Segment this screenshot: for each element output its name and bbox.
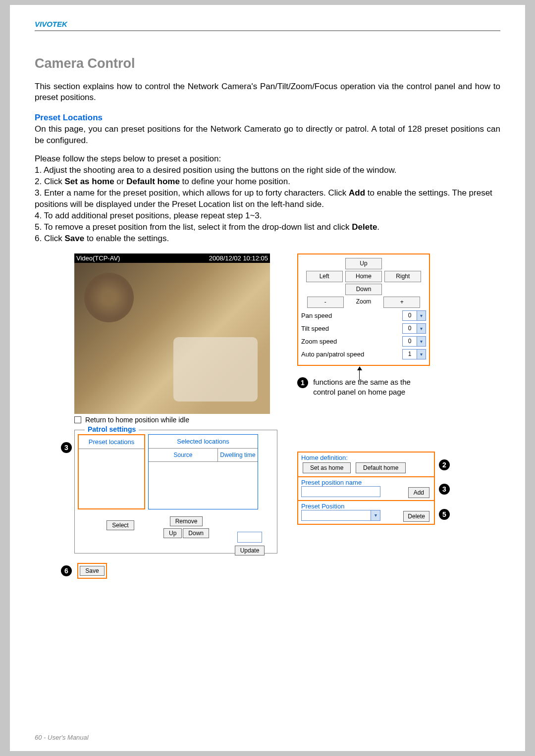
step-2-c: to define your home position.	[180, 177, 290, 186]
preset-locations-list[interactable]: Preset locations	[78, 434, 145, 509]
down-button[interactable]: Down	[345, 284, 382, 295]
selected-locations-header: Selected locations	[149, 435, 258, 449]
source-column-header: Source	[149, 449, 218, 461]
zoom-speed-select[interactable]: 0 ▾	[402, 336, 426, 347]
pan-speed-select[interactable]: 0 ▾	[402, 310, 426, 321]
chevron-down-icon: ▾	[417, 337, 426, 346]
auto-speed-label: Auto pan/patrol speed	[301, 351, 364, 358]
update-button[interactable]: Update	[235, 546, 265, 555]
preset-position-name-row: Preset position name Add	[298, 477, 434, 501]
preset-position-label: Preset Position	[301, 503, 344, 510]
section-title: Camera Control	[35, 56, 500, 71]
home-definition-box: Home definition: Set as home Default hom…	[297, 452, 435, 525]
left-button[interactable]: Left	[306, 271, 343, 282]
under-preset-buttons: Select	[86, 519, 155, 531]
ptz-control-panel: Up Left Home Right Down - Zoom + Pan spe…	[297, 253, 430, 366]
callout-1-note: 1 functions are the same as the control …	[297, 377, 436, 398]
step-2-set-home: Set as home	[64, 177, 114, 186]
select-button[interactable]: Select	[107, 520, 134, 530]
preset-locations-header: Preset locations	[79, 435, 144, 449]
remove-button[interactable]: Remove	[170, 516, 203, 526]
save-button[interactable]: Save	[80, 566, 104, 576]
up-button[interactable]: Up	[345, 258, 382, 269]
preset-locations-text: On this page, you can preset positions f…	[35, 124, 500, 147]
zoom-label: Zoom	[346, 298, 381, 305]
preset-position-select[interactable]: ▾	[301, 510, 380, 521]
home-definition-label: Home definition:	[301, 454, 348, 461]
zoom-in-button[interactable]: +	[383, 297, 420, 308]
dwelling-time-input[interactable]	[237, 532, 262, 543]
under-selected-buttons: Remove UpDown	[154, 515, 218, 539]
video-timestamp: 2008/12/02 10:12:05	[209, 254, 268, 262]
tilt-speed-value: 0	[403, 325, 417, 332]
set-as-home-button[interactable]: Set as home	[303, 462, 351, 473]
tilt-speed-select[interactable]: 0 ▾	[402, 323, 426, 334]
chevron-down-icon: ▾	[417, 350, 426, 359]
return-home-label: Return to home position while idle	[85, 416, 189, 424]
step-2-b: or	[114, 177, 127, 186]
page-footer: 60 - User's Manual	[35, 734, 89, 741]
home-button[interactable]: Home	[345, 271, 382, 282]
step-3-a: 3. Enter a name for the preset position,…	[35, 188, 349, 198]
preset-name-label: Preset position name	[301, 479, 362, 486]
step-1: 1. Adjust the shooting area to a desired…	[35, 165, 500, 176]
step-6: 6. Click Save to enable the settings.	[35, 233, 500, 245]
add-button[interactable]: Add	[408, 487, 429, 498]
move-down-button[interactable]: Down	[183, 528, 209, 538]
page: VIVOTEK Camera Control This section expl…	[10, 5, 525, 751]
return-home-checkbox[interactable]	[74, 416, 81, 423]
tilt-speed-label: Tilt speed	[301, 325, 329, 332]
delete-button[interactable]: Delete	[403, 511, 429, 522]
video-stream-label: Video(TCP-AV)	[76, 254, 120, 262]
callout-3-right-badge: 3	[439, 484, 450, 495]
step-5-b: .	[377, 222, 379, 232]
patrol-settings-fieldset: Patrol settings Preset locations Selecte…	[74, 430, 277, 554]
brand-header: VIVOTEK	[35, 20, 500, 31]
step-3-add: Add	[349, 188, 365, 198]
callout-6-badge: 6	[61, 565, 72, 576]
video-frame	[74, 263, 270, 414]
zoom-speed-value: 0	[403, 338, 417, 345]
right-button[interactable]: Right	[384, 271, 421, 282]
move-up-button[interactable]: Up	[163, 528, 182, 538]
step-2-a: 2. Click	[35, 177, 64, 186]
pan-speed-label: Pan speed	[301, 312, 332, 319]
preset-name-input[interactable]	[301, 486, 380, 497]
home-definition-row: Home definition: Set as home Default hom…	[298, 453, 434, 477]
auto-speed-select[interactable]: 1 ▾	[402, 349, 426, 359]
selected-locations-list: Selected locations Source Dwelling time	[148, 434, 258, 509]
return-home-row: Return to home position while idle	[74, 416, 189, 424]
save-area: 6 Save	[61, 563, 107, 579]
callout-5-badge: 5	[439, 509, 450, 520]
zoom-speed-label: Zoom speed	[301, 338, 337, 345]
callout-2-badge: 2	[439, 459, 450, 470]
step-6-save: Save	[64, 234, 84, 243]
video-title-bar: Video(TCP-AV) 2008/12/02 10:12:05	[74, 253, 270, 263]
ui-area: Video(TCP-AV) 2008/12/02 10:12:05 Up Lef…	[35, 253, 500, 580]
patrol-legend: Patrol settings	[85, 425, 139, 433]
step-5-a: 5. To remove a preset position from the …	[35, 222, 352, 232]
video-preview-box: Video(TCP-AV) 2008/12/02 10:12:05	[74, 253, 270, 414]
callout-1-badge: 1	[297, 377, 308, 388]
default-home-button[interactable]: Default home	[356, 462, 406, 473]
arrow-head-icon	[357, 366, 362, 370]
chevron-down-icon: ▾	[371, 510, 380, 520]
steps-list: Please follow the steps below to preset …	[35, 153, 500, 245]
pan-speed-value: 0	[403, 312, 417, 319]
under-dwell-buttons: Update	[225, 532, 274, 556]
zoom-out-button[interactable]: -	[307, 297, 344, 308]
step-5: 5. To remove a preset position from the …	[35, 222, 500, 233]
chevron-down-icon: ▾	[417, 324, 426, 333]
step-4: 4. To add additional preset positions, p…	[35, 210, 500, 222]
step-2-default-home: Default home	[126, 177, 180, 186]
preset-locations-heading: Preset Locations	[35, 113, 500, 123]
step-3: 3. Enter a name for the preset position,…	[35, 188, 500, 210]
intro-paragraph: This section explains how to control the…	[35, 81, 500, 103]
steps-lead: Please follow the steps below to preset …	[35, 153, 500, 165]
step-6-b: to enable the settings.	[84, 234, 169, 243]
callout-3-left-badge: 3	[61, 442, 72, 453]
step-2: 2. Click Set as home or Default home to …	[35, 176, 500, 188]
dwelling-column-header: Dwelling time	[218, 449, 258, 461]
callout-1-text: functions are the same as the control pa…	[313, 377, 427, 398]
step-6-a: 6. Click	[35, 234, 64, 243]
